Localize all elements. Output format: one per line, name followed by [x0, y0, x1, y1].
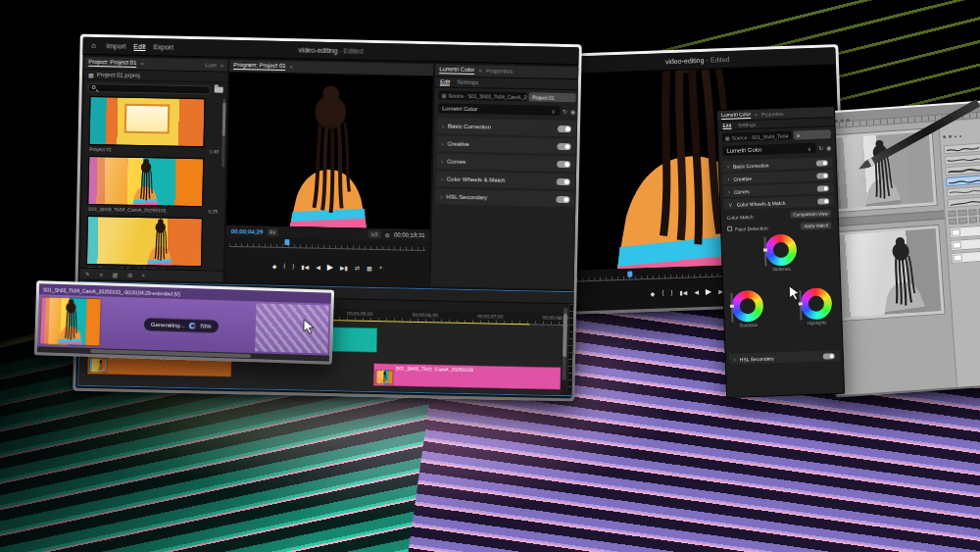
mark-in-button[interactable]: { [283, 263, 285, 269]
timecode-current: 00;00;04;29 [231, 228, 264, 235]
close-icon[interactable]: × [755, 112, 758, 118]
bin-item-clip-a[interactable]: S01_Sh03_Tk04_CamA_20250103_ 0;25 [81, 154, 225, 217]
toggle-switch[interactable] [817, 185, 829, 191]
project-panel: Project: Project 01 × Lum » ▦ Project 01… [80, 57, 228, 282]
mark-out-button[interactable]: } [670, 289, 672, 295]
export-frame-button[interactable]: ▦ [367, 264, 372, 271]
tab-settings[interactable]: Settings [457, 79, 478, 85]
layer-row[interactable] [950, 237, 980, 251]
prev-frame-button[interactable]: ◀ [694, 288, 699, 295]
tab-edit[interactable]: Edit [722, 122, 731, 128]
chevron-right-icon: › [727, 163, 729, 169]
tab-lumetri-collapsed[interactable]: Lum [205, 62, 217, 68]
highlights-wheel[interactable] [800, 287, 832, 320]
reset-icon[interactable]: ↻ [563, 108, 567, 115]
lumetri-panel: Lumetri Color × Properties Edit Settings… [431, 64, 579, 289]
close-icon[interactable]: × [478, 68, 482, 74]
storyboard-frame-1[interactable] [825, 127, 938, 213]
brush-preset-selected[interactable] [946, 176, 980, 187]
tab-properties[interactable]: Properties [486, 68, 513, 75]
resolution-dropdown[interactable]: 1/2 [368, 230, 381, 238]
midtones-wheel[interactable] [764, 233, 797, 266]
close-icon[interactable]: × [140, 61, 144, 67]
toggle-switch[interactable] [558, 142, 571, 149]
scrubber[interactable] [229, 239, 425, 251]
layer-row[interactable] [951, 250, 980, 264]
folder-icon[interactable] [215, 87, 223, 93]
midtones-slider[interactable] [763, 237, 766, 267]
project-file-name: Project 01.prproj [97, 72, 140, 78]
promo-stage: video-editing - Edited ◆ { } ▮◀ ◀ ▶ ▶▮ ⇄… [0, 0, 980, 552]
mark-out-button[interactable]: } [292, 263, 294, 269]
toggle-switch[interactable] [816, 160, 828, 166]
tab-edit[interactable]: Edit [440, 78, 450, 85]
source-clip-chip[interactable]: ▦ Source · S01_Sh03_Tk04_CamA_20250103 [439, 90, 528, 101]
tab-program[interactable]: Program: Project 01 [233, 62, 286, 71]
tab-project[interactable]: Project: Project 01 [88, 59, 136, 68]
timeline-clip-magenta[interactable]: S01_Sh05_Tk01_CamA_20250103_ [372, 363, 561, 390]
toggle-switch[interactable] [556, 195, 569, 202]
toggle-switch[interactable] [823, 353, 835, 359]
bin-item-clip-b[interactable]: S01_Sh01_Tk03_CamC_20250103_ 1;19 [80, 214, 224, 276]
preset-dropdown[interactable]: Lumetri Color ∨ [722, 143, 815, 156]
more-panels-icon[interactable]: » [220, 63, 223, 69]
toggle-switch[interactable] [558, 125, 571, 131]
project-toolbar-icons[interactable]: ✎ ≡ ▦ ⊞ + [80, 268, 223, 282]
target-chip[interactable]: ≡ [794, 129, 831, 139]
toggle-switch[interactable] [817, 198, 829, 204]
mark-in-button[interactable]: { [662, 289, 663, 295]
source-clip-chip[interactable]: ▦ Source · S01_Sh03_Tk04 [722, 131, 793, 142]
toggle-switch[interactable] [816, 173, 828, 178]
grid-view-icon[interactable]: ▦ [88, 71, 94, 77]
section-hsl-secondary[interactable]: › HSL Secondary [435, 188, 574, 207]
section-creative[interactable]: › Creative [436, 135, 575, 154]
tab-lumetri-color[interactable]: Lumetri Color [439, 66, 474, 75]
bypass-icon[interactable]: ◉ [570, 108, 575, 115]
tab-lumetri-color[interactable]: Lumetri Color [721, 111, 751, 120]
section-basic-correction[interactable]: › Basic Correction [437, 118, 576, 136]
step-forward-button[interactable]: ▶▮ [340, 264, 348, 271]
step-back-button[interactable]: ▮◀ [679, 288, 687, 295]
add-button[interactable]: + [379, 265, 383, 271]
target-chip[interactable]: Project 01 [529, 92, 576, 102]
preset-dropdown[interactable]: Lumetri Color ∨ [438, 103, 560, 116]
search-input[interactable] [88, 82, 211, 94]
shadows-wheel[interactable] [731, 290, 763, 323]
prev-frame-button[interactable]: ◀ [316, 263, 320, 270]
tab-settings[interactable]: Settings [738, 122, 756, 128]
section-hsl-secondary[interactable]: › HSL Secondary [729, 350, 840, 365]
play-button[interactable]: ▶ [706, 286, 711, 295]
clip-thumbnail [39, 296, 102, 346]
marker-button[interactable]: ◆ [651, 289, 656, 296]
brush-preset[interactable] [948, 196, 980, 208]
comparison-view-button[interactable]: Comparison View [789, 209, 831, 220]
play-button[interactable]: ▶ [327, 263, 333, 272]
chevron-right-icon: › [440, 193, 442, 199]
storyboard-frame-2[interactable] [832, 225, 946, 322]
fit-dropdown[interactable]: Fit [267, 228, 278, 236]
tool-icon-grid [948, 208, 980, 225]
floating-generative-clip[interactable]: S01_Sh03_Tk04_CamA_20250103_-00;00;04;29… [34, 280, 334, 365]
bin-item-sequence[interactable]: Project 01 1:40 [82, 94, 226, 157]
shadows-slider[interactable] [730, 293, 733, 323]
toggle-switch[interactable] [557, 177, 570, 184]
settings-wrench-icon[interactable]: ⚙ [384, 231, 390, 238]
brush-preset[interactable] [944, 154, 980, 166]
brush-preset[interactable] [947, 185, 980, 197]
marker-button[interactable]: ◆ [272, 262, 277, 269]
face-detection-checkbox[interactable] [727, 226, 732, 231]
brush-preset[interactable] [944, 143, 980, 155]
toggle-switch[interactable] [557, 160, 570, 167]
section-color-wheels[interactable]: › Color Wheels & Match [436, 171, 575, 189]
brush-preset[interactable] [945, 165, 980, 176]
step-back-button[interactable]: ▮◀ [301, 263, 309, 270]
apply-match-button[interactable]: Apply Match [800, 221, 832, 230]
layer-row[interactable] [950, 225, 980, 238]
section-curves[interactable]: › Curves [436, 153, 575, 172]
tab-properties[interactable]: Properties [761, 111, 784, 118]
close-icon[interactable]: × [290, 64, 294, 70]
bypass-icon[interactable]: ◉ [826, 144, 831, 151]
loop-button[interactable]: ⇄ [355, 264, 360, 271]
midtones-label: Midtones [760, 266, 804, 273]
reset-icon[interactable]: ↻ [818, 144, 823, 151]
